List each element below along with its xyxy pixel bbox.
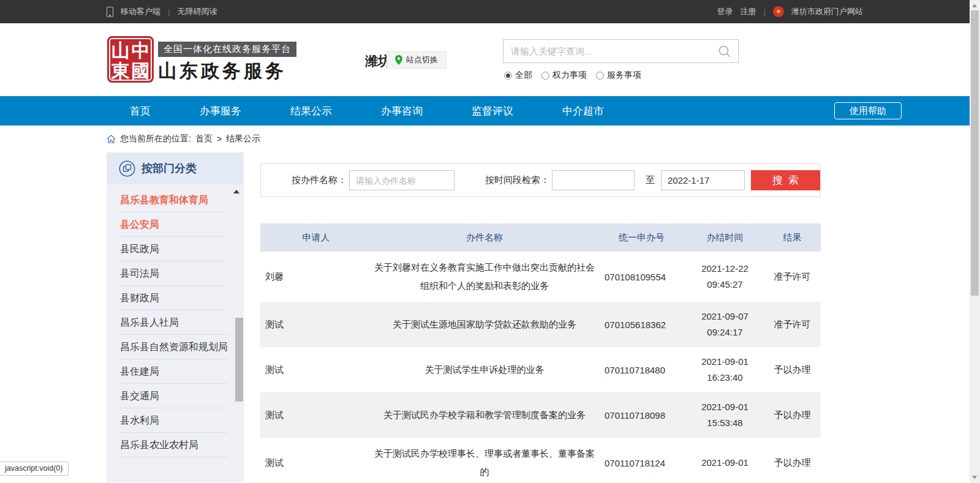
topbar-right: 登录 注册 | ★ 潍坊市政府门户网站 [717,6,863,17]
date-from-input[interactable] [552,170,635,190]
keyword-search-input[interactable] [503,46,711,56]
column-header-applicant: 申请人 [260,232,372,244]
category-icon [119,160,135,177]
cell-result: 准予许可 [764,271,821,283]
sidebar-scrollbar-thumb[interactable] [235,318,243,402]
site-title: 山东政务服务 [158,59,296,84]
keyword-search-box [503,39,739,63]
cell-applicant: 测试 [260,319,372,331]
breadcrumb-current[interactable]: 结果公示 [226,133,260,144]
register-link[interactable]: 注册 [741,6,756,17]
scroll-up-arrow-icon[interactable] [972,4,977,7]
department-item[interactable]: 县公安局 [120,212,228,237]
cell-name: 关于测试学生申诉处理的业务 [372,361,597,379]
mobile-client-link[interactable]: 移动客户端 [121,6,160,17]
cell-date-line: 2021-12-22 [686,261,764,277]
portal-link[interactable]: 潍坊市政府门户网站 [791,6,863,17]
column-header-name: 办件名称 [372,228,597,247]
nav-item[interactable]: 首页 [130,104,151,118]
scroll-down-arrow-icon[interactable] [972,476,977,479]
topbar-divider: | [764,7,766,17]
search-submit-button[interactable] [711,40,738,62]
table-row[interactable]: 刘馨 关于刘馨对在义务教育实施工作中做出突出贡献的社会组织和个人的奖励和表彰的业… [260,252,821,302]
department-item[interactable]: 县住建局 [120,359,228,384]
platform-badge: 全国一体化在线政务服务平台 [158,42,296,57]
cell-number: 070110718480 [597,365,686,375]
browser-status-tooltip: javascript:void(0) [0,462,69,476]
department-list: 昌乐县教育和体育局 县公安局 县民政局 县司法局 县财政局 昌乐县人社局 昌乐县… [107,184,244,482]
cell-time: 2021-09-07 09:24:17 [686,309,764,340]
department-item[interactable]: 县财政局 [120,286,228,310]
breadcrumb-prefix: 您当前所在的位置: [120,133,191,144]
site-logo-seal[interactable]: 山 中 東 國 [107,36,154,83]
login-link[interactable]: 登录 [717,6,733,17]
department-item[interactable]: 县司法局 [120,261,228,286]
sidebar-header: 按部门分类 [107,152,244,184]
date-to-input[interactable] [661,170,745,190]
filter-bar: 按办件名称： 按时间段检索： 至 搜索 [260,163,821,197]
department-item[interactable]: 昌乐县教育和体育局 [120,188,228,212]
scroll-up-arrow-icon[interactable] [233,190,239,193]
cell-applicant: 测试 [260,364,372,376]
search-scope-radio[interactable]: 服务事项 [596,70,641,81]
seal-char: 國 [130,61,151,81]
seal-char: 中 [130,40,151,61]
department-item[interactable]: 昌乐县农业农村局 [120,433,228,457]
radio-circle-icon [541,72,549,80]
cell-result: 予以办理 [764,364,821,376]
table-row[interactable]: 测试 关于测试民办学校学籍和教学管理制度备案的业务 070110718098 2… [260,392,821,438]
cell-name: 关于测试民办学校理事长、理事或者董事长、董事备案的 [372,444,597,481]
accessibility-link[interactable]: 无障碍阅读 [177,6,217,17]
search-scope-radio[interactable]: 权力事项 [541,70,587,81]
filter-search-button[interactable]: 搜索 [751,170,820,190]
page-scrollbar[interactable] [970,0,980,483]
cell-result: 准予许可 [764,319,821,331]
radio-label: 服务事项 [607,70,641,81]
name-filter-input[interactable] [349,170,454,190]
department-item[interactable]: 县民政局 [120,237,228,261]
cell-number: 070108109554 [597,272,686,282]
cell-name: 关于刘馨对在义务教育实施工作中做出突出贡献的社会组织和个人的奖励和表彰的业务 [372,258,597,295]
help-button[interactable]: 使用帮助 [834,102,902,119]
department-item[interactable]: 昌乐县人社局 [120,310,228,335]
table-row[interactable]: 测试 关于测试学生申诉处理的业务 070110718480 2021-09-01… [260,347,821,392]
page-scrollbar-thumb[interactable] [971,10,979,296]
search-scope-radio[interactable]: 全部 [504,70,532,81]
department-item[interactable]: 县水利局 [120,408,228,433]
nav-item[interactable]: 结果公示 [290,104,332,118]
cell-time-line: 09:45:27 [686,277,764,293]
main-area: 按部门分类 昌乐县教育和体育局 县公安局 县民政局 县司法局 县财政局 昌乐县人… [107,152,863,483]
site-logo-text[interactable]: 全国一体化在线政务服务平台 山东政务服务 [158,42,296,84]
page: 移动客户端 | 无障碍阅读 登录 注册 | ★ 潍坊市政府门户网站 山 中 東 … [0,0,980,483]
radio-label: 权力事项 [552,70,587,81]
cell-number: 070110718098 [597,410,686,421]
department-item[interactable]: 昌乐县自然资源和规划局 [120,335,228,359]
search-scope-options: 全部 权力事项 服务事项 [504,70,641,81]
table-row[interactable]: 测试 关于测试民办学校理事长、理事或者董事长、董事备案的 07011071812… [260,438,821,483]
site-switch-label: 站点切换 [406,54,438,66]
nav-item[interactable]: 监督评议 [472,104,513,118]
national-emblem-icon: ★ [773,6,784,17]
table-row[interactable]: 测试 关于测试生源地国家助学贷款还款救助的业务 070105618362 202… [260,302,821,347]
main-nav: 首页 办事服务 结果公示 办事咨询 监督评议 中介超市 使用帮助 [0,96,970,125]
results-content: 按办件名称： 按时间段检索： 至 搜索 申请人 办件名称 统一申办号 办结时间 … [260,152,821,483]
topbar: 移动客户端 | 无障碍阅读 登录 注册 | ★ 潍坊市政府门户网站 [0,0,970,23]
column-header-number: 统一申办号 [597,232,686,244]
mobile-phone-icon [107,7,113,17]
cell-applicant: 测试 [260,457,372,469]
nav-item[interactable]: 办事咨询 [381,104,423,118]
main-nav-list: 首页 办事服务 结果公示 办事咨询 监督评议 中介超市 [107,96,863,125]
nav-item[interactable]: 中介超市 [562,104,604,118]
nav-item[interactable]: 办事服务 [200,104,241,118]
home-icon [107,135,116,143]
table-header-row: 申请人 办件名称 统一申办号 办结时间 结果 [260,223,821,252]
department-sidebar: 按部门分类 昌乐县教育和体育局 县公安局 县民政局 县司法局 县财政局 昌乐县人… [107,152,244,482]
department-item[interactable]: 县交通局 [120,384,228,408]
cell-date-line: 2021-09-01 [686,399,764,415]
cell-result: 予以办理 [764,457,821,469]
site-header: 山 中 東 國 全国一体化在线政务服务平台 山东政务服务 潍坊市•昌乐县 站点切… [0,23,970,96]
site-switch-button[interactable]: 站点切换 [386,51,447,69]
cell-time: 2021-12-22 09:45:27 [686,261,764,293]
breadcrumb-home-link[interactable]: 首页 [195,133,213,144]
cell-date-line: 2021-09-01 [686,455,764,471]
